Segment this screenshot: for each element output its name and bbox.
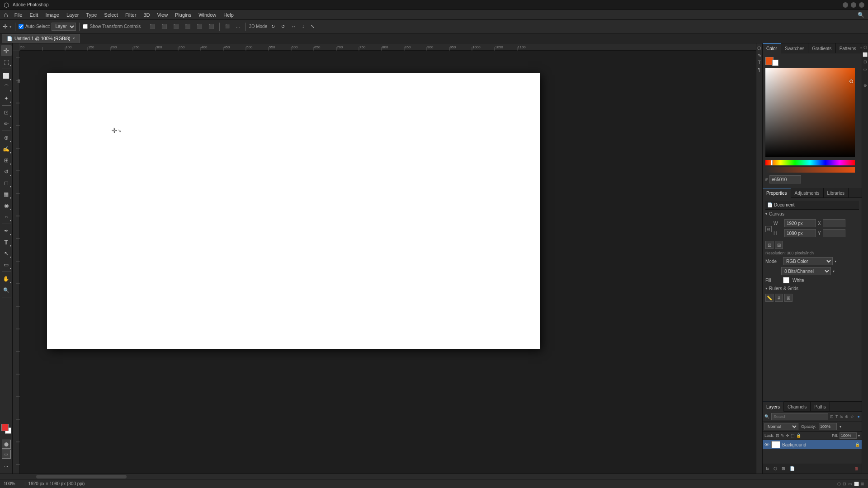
r-strip-btn-5[interactable]: ⊕ <box>863 83 868 88</box>
fill-color-swatch[interactable] <box>783 277 789 283</box>
tool-crop[interactable]: ⊡▾ <box>1 107 12 118</box>
tab-color[interactable]: Color <box>763 43 781 53</box>
tool-path-select[interactable]: ↖▾ <box>1 248 12 259</box>
tool-type[interactable]: T▾ <box>1 237 12 248</box>
fill-input[interactable] <box>840 432 857 439</box>
menu-3d[interactable]: 3D <box>140 11 153 19</box>
opacity-slider[interactable] <box>765 167 855 173</box>
bits-dropdown-arrow[interactable]: ▾ <box>833 269 835 273</box>
hex-input[interactable] <box>769 175 801 183</box>
close-btn[interactable] <box>859 2 864 8</box>
lock-all-btn[interactable]: 🔒 <box>796 433 801 438</box>
tool-blur[interactable]: ◉▾ <box>1 200 12 211</box>
tool-dodge[interactable]: ○▾ <box>1 211 12 222</box>
fill-arrow[interactable]: ▾ <box>858 434 860 438</box>
tool-lasso[interactable]: ⌒▾ <box>1 82 12 93</box>
canvas-section-header[interactable]: ▾ Canvas <box>765 211 859 216</box>
align-top-btn[interactable]: ⬛ <box>183 23 193 30</box>
tool-stamp[interactable]: ⊞▾ <box>1 155 12 166</box>
tab-adjustments[interactable]: Adjustments <box>791 188 824 198</box>
width-input[interactable] <box>784 219 816 227</box>
doc-tab-untitled[interactable]: 📄 Untitled-1 @ 100% (RGB/8) × <box>2 34 80 43</box>
layers-attr-filter[interactable]: ☆ <box>850 414 854 419</box>
tool-marquee[interactable]: ⬜▾ <box>1 70 12 81</box>
create-group-btn[interactable]: ⊞ <box>780 466 787 471</box>
more-btn[interactable]: ... <box>234 23 242 30</box>
tab-properties[interactable]: Properties <box>763 188 791 198</box>
h-scrollbar[interactable] <box>0 474 868 479</box>
quick-mask-btn[interactable]: ⬤ <box>2 440 11 449</box>
r-strip-btn-1[interactable]: ⬡ <box>863 45 868 50</box>
minimize-btn[interactable] <box>843 2 848 8</box>
lock-artboard-btn[interactable]: ⬚ <box>791 433 795 438</box>
menu-edit[interactable]: Edit <box>26 11 42 19</box>
status-btn-2[interactable]: ⊡ <box>843 482 846 486</box>
status-btn-3[interactable]: ▭ <box>848 482 852 486</box>
tool-artboard[interactable]: ⬚▾ <box>1 56 12 67</box>
status-btn-1[interactable]: ⬡ <box>837 482 841 486</box>
tab-gradients[interactable]: Gradients <box>808 43 835 53</box>
tab-layers[interactable]: Layers <box>763 402 784 412</box>
layer-visibility-btn[interactable]: 👁 <box>764 442 769 447</box>
menu-filter[interactable]: Filter <box>122 11 140 19</box>
grid-btn[interactable]: # <box>775 294 783 302</box>
menu-select[interactable]: Select <box>100 11 122 19</box>
r-strip-btn-2[interactable]: ⬜ <box>863 52 868 57</box>
layers-kind-filter[interactable]: ⊡ <box>830 414 834 419</box>
auto-select-type[interactable]: Layer <box>52 23 76 31</box>
status-btn-4[interactable]: ⬜ <box>854 482 859 486</box>
menu-view[interactable]: View <box>153 11 171 19</box>
search-icon[interactable]: 🔍 <box>858 12 864 18</box>
tab-swatches[interactable]: Swatches <box>781 43 808 53</box>
hue-slider[interactable] <box>765 160 855 165</box>
mid-strip-btn-3[interactable]: T <box>757 60 762 65</box>
doc-tab-close[interactable]: × <box>73 36 75 41</box>
create-layer-btn[interactable]: 📄 <box>788 466 796 471</box>
tool-history-brush[interactable]: ↺▾ <box>1 166 12 177</box>
mid-strip-btn-4[interactable]: ¶ <box>757 67 762 72</box>
3d-roll-btn[interactable]: ↺ <box>279 23 287 30</box>
menu-type[interactable]: Type <box>82 11 100 19</box>
tool-gradient[interactable]: ▦▾ <box>1 189 12 200</box>
menu-help[interactable]: Help <box>220 11 237 19</box>
lock-position-btn[interactable]: ✛ <box>786 433 789 438</box>
y-input[interactable] <box>823 229 845 237</box>
layers-search-input[interactable] <box>771 413 828 420</box>
distribute-btn[interactable]: ⬛ <box>223 23 232 29</box>
link-dimensions-btn[interactable]: ⛓ <box>765 226 772 232</box>
h-scrollbar-thumb[interactable] <box>36 475 127 479</box>
add-style-btn[interactable]: fx <box>764 466 770 471</box>
layers-filter-toggle[interactable]: ● <box>858 414 860 419</box>
tool-zoom[interactable]: 🔍 <box>1 285 12 296</box>
delete-layer-btn[interactable]: 🗑 <box>853 466 860 471</box>
tool-eyedropper[interactable]: ✏▾ <box>1 118 12 129</box>
lock-transparent-btn[interactable]: ⊡ <box>776 433 779 438</box>
menu-window[interactable]: Window <box>195 11 220 19</box>
transform-checkbox[interactable] <box>83 24 88 29</box>
canvas-scroll-area[interactable]: ✛ ↘ <box>20 51 756 474</box>
opacity-arrow[interactable]: ▾ <box>840 425 841 429</box>
align-middle-v-btn[interactable]: ⬛ <box>194 23 204 30</box>
mode-dropdown[interactable]: RGB Color <box>783 257 833 265</box>
align-center-h-btn[interactable]: ⬛ <box>159 23 169 30</box>
height-input[interactable] <box>784 229 816 237</box>
layers-mode-filter[interactable]: ⊕ <box>845 414 849 419</box>
r-strip-btn-3[interactable]: ⊡ <box>863 60 868 64</box>
window-controls[interactable] <box>843 2 864 8</box>
align-bottom-btn[interactable]: ⬛ <box>206 23 216 30</box>
layers-type-filter[interactable]: T <box>835 414 838 419</box>
bg-color-small[interactable] <box>772 60 778 66</box>
lock-image-btn[interactable]: ✎ <box>781 433 784 438</box>
color-gradient-picker[interactable] <box>765 68 855 157</box>
tab-patterns[interactable]: Patterns <box>836 43 860 53</box>
tool-eraser[interactable]: ◻▾ <box>1 178 12 188</box>
layers-effect-filter[interactable]: fx <box>840 414 843 419</box>
mid-strip-btn-2[interactable]: ✎ <box>757 52 762 58</box>
maximize-btn[interactable] <box>851 2 856 8</box>
mode-dropdown-arrow[interactable]: ▾ <box>835 259 836 263</box>
tab-channels[interactable]: Channels <box>784 402 811 412</box>
ruler-toggle-btn[interactable]: 📏 <box>765 294 774 302</box>
auto-select-checkbox[interactable] <box>19 24 24 29</box>
r-strip-btn-4[interactable]: ▭ <box>863 67 868 71</box>
bits-dropdown[interactable]: 8 Bits/Channel <box>781 267 831 275</box>
